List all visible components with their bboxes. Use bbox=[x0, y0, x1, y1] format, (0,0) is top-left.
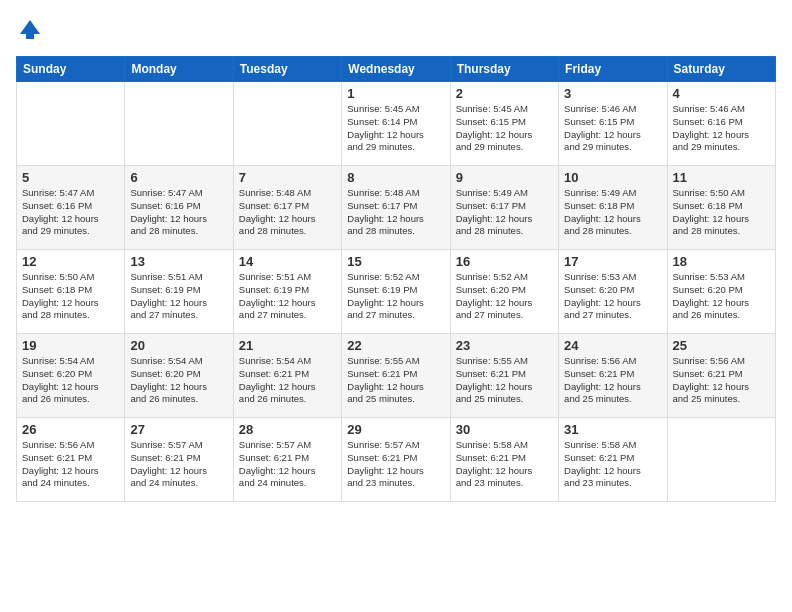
calendar-cell: 24Sunrise: 5:56 AM Sunset: 6:21 PM Dayli… bbox=[559, 334, 667, 418]
calendar-cell: 4Sunrise: 5:46 AM Sunset: 6:16 PM Daylig… bbox=[667, 82, 775, 166]
calendar-week-5: 26Sunrise: 5:56 AM Sunset: 6:21 PM Dayli… bbox=[17, 418, 776, 502]
calendar-cell: 2Sunrise: 5:45 AM Sunset: 6:15 PM Daylig… bbox=[450, 82, 558, 166]
day-number: 17 bbox=[564, 254, 661, 269]
day-number: 24 bbox=[564, 338, 661, 353]
calendar-cell: 29Sunrise: 5:57 AM Sunset: 6:21 PM Dayli… bbox=[342, 418, 450, 502]
day-header-thursday: Thursday bbox=[450, 57, 558, 82]
calendar-week-1: 1Sunrise: 5:45 AM Sunset: 6:14 PM Daylig… bbox=[17, 82, 776, 166]
calendar-cell: 21Sunrise: 5:54 AM Sunset: 6:21 PM Dayli… bbox=[233, 334, 341, 418]
day-header-sunday: Sunday bbox=[17, 57, 125, 82]
day-number: 20 bbox=[130, 338, 227, 353]
day-header-friday: Friday bbox=[559, 57, 667, 82]
calendar-cell: 8Sunrise: 5:48 AM Sunset: 6:17 PM Daylig… bbox=[342, 166, 450, 250]
day-number: 18 bbox=[673, 254, 770, 269]
day-number: 25 bbox=[673, 338, 770, 353]
calendar-cell: 11Sunrise: 5:50 AM Sunset: 6:18 PM Dayli… bbox=[667, 166, 775, 250]
day-number: 7 bbox=[239, 170, 336, 185]
calendar-cell: 20Sunrise: 5:54 AM Sunset: 6:20 PM Dayli… bbox=[125, 334, 233, 418]
day-header-monday: Monday bbox=[125, 57, 233, 82]
day-number: 9 bbox=[456, 170, 553, 185]
calendar-cell: 30Sunrise: 5:58 AM Sunset: 6:21 PM Dayli… bbox=[450, 418, 558, 502]
day-number: 8 bbox=[347, 170, 444, 185]
day-info: Sunrise: 5:54 AM Sunset: 6:21 PM Dayligh… bbox=[239, 355, 336, 406]
day-info: Sunrise: 5:56 AM Sunset: 6:21 PM Dayligh… bbox=[564, 355, 661, 406]
calendar-cell: 1Sunrise: 5:45 AM Sunset: 6:14 PM Daylig… bbox=[342, 82, 450, 166]
calendar-week-3: 12Sunrise: 5:50 AM Sunset: 6:18 PM Dayli… bbox=[17, 250, 776, 334]
day-info: Sunrise: 5:53 AM Sunset: 6:20 PM Dayligh… bbox=[673, 271, 770, 322]
day-number: 22 bbox=[347, 338, 444, 353]
calendar-cell: 16Sunrise: 5:52 AM Sunset: 6:20 PM Dayli… bbox=[450, 250, 558, 334]
day-number: 21 bbox=[239, 338, 336, 353]
day-number: 15 bbox=[347, 254, 444, 269]
calendar-cell bbox=[17, 82, 125, 166]
calendar-cell: 7Sunrise: 5:48 AM Sunset: 6:17 PM Daylig… bbox=[233, 166, 341, 250]
day-info: Sunrise: 5:52 AM Sunset: 6:19 PM Dayligh… bbox=[347, 271, 444, 322]
day-info: Sunrise: 5:56 AM Sunset: 6:21 PM Dayligh… bbox=[673, 355, 770, 406]
day-info: Sunrise: 5:46 AM Sunset: 6:16 PM Dayligh… bbox=[673, 103, 770, 154]
calendar-cell: 25Sunrise: 5:56 AM Sunset: 6:21 PM Dayli… bbox=[667, 334, 775, 418]
day-number: 12 bbox=[22, 254, 119, 269]
day-info: Sunrise: 5:45 AM Sunset: 6:14 PM Dayligh… bbox=[347, 103, 444, 154]
calendar-cell: 13Sunrise: 5:51 AM Sunset: 6:19 PM Dayli… bbox=[125, 250, 233, 334]
day-info: Sunrise: 5:52 AM Sunset: 6:20 PM Dayligh… bbox=[456, 271, 553, 322]
calendar-cell: 27Sunrise: 5:57 AM Sunset: 6:21 PM Dayli… bbox=[125, 418, 233, 502]
day-info: Sunrise: 5:54 AM Sunset: 6:20 PM Dayligh… bbox=[130, 355, 227, 406]
day-info: Sunrise: 5:47 AM Sunset: 6:16 PM Dayligh… bbox=[130, 187, 227, 238]
calendar-cell: 12Sunrise: 5:50 AM Sunset: 6:18 PM Dayli… bbox=[17, 250, 125, 334]
calendar-cell: 15Sunrise: 5:52 AM Sunset: 6:19 PM Dayli… bbox=[342, 250, 450, 334]
day-info: Sunrise: 5:53 AM Sunset: 6:20 PM Dayligh… bbox=[564, 271, 661, 322]
calendar-cell: 26Sunrise: 5:56 AM Sunset: 6:21 PM Dayli… bbox=[17, 418, 125, 502]
calendar-cell: 23Sunrise: 5:55 AM Sunset: 6:21 PM Dayli… bbox=[450, 334, 558, 418]
day-number: 23 bbox=[456, 338, 553, 353]
calendar-header-row: SundayMondayTuesdayWednesdayThursdayFrid… bbox=[17, 57, 776, 82]
day-info: Sunrise: 5:47 AM Sunset: 6:16 PM Dayligh… bbox=[22, 187, 119, 238]
page-header bbox=[16, 16, 776, 44]
calendar: SundayMondayTuesdayWednesdayThursdayFrid… bbox=[16, 56, 776, 502]
calendar-cell: 9Sunrise: 5:49 AM Sunset: 6:17 PM Daylig… bbox=[450, 166, 558, 250]
day-info: Sunrise: 5:57 AM Sunset: 6:21 PM Dayligh… bbox=[130, 439, 227, 490]
day-number: 3 bbox=[564, 86, 661, 101]
day-number: 4 bbox=[673, 86, 770, 101]
day-number: 10 bbox=[564, 170, 661, 185]
calendar-week-4: 19Sunrise: 5:54 AM Sunset: 6:20 PM Dayli… bbox=[17, 334, 776, 418]
day-info: Sunrise: 5:50 AM Sunset: 6:18 PM Dayligh… bbox=[673, 187, 770, 238]
calendar-cell: 5Sunrise: 5:47 AM Sunset: 6:16 PM Daylig… bbox=[17, 166, 125, 250]
day-number: 30 bbox=[456, 422, 553, 437]
calendar-cell bbox=[125, 82, 233, 166]
calendar-week-2: 5Sunrise: 5:47 AM Sunset: 6:16 PM Daylig… bbox=[17, 166, 776, 250]
day-number: 1 bbox=[347, 86, 444, 101]
day-number: 27 bbox=[130, 422, 227, 437]
day-number: 6 bbox=[130, 170, 227, 185]
calendar-cell bbox=[233, 82, 341, 166]
day-info: Sunrise: 5:57 AM Sunset: 6:21 PM Dayligh… bbox=[347, 439, 444, 490]
day-number: 29 bbox=[347, 422, 444, 437]
calendar-cell: 18Sunrise: 5:53 AM Sunset: 6:20 PM Dayli… bbox=[667, 250, 775, 334]
calendar-cell: 3Sunrise: 5:46 AM Sunset: 6:15 PM Daylig… bbox=[559, 82, 667, 166]
day-info: Sunrise: 5:58 AM Sunset: 6:21 PM Dayligh… bbox=[564, 439, 661, 490]
calendar-cell bbox=[667, 418, 775, 502]
calendar-cell: 6Sunrise: 5:47 AM Sunset: 6:16 PM Daylig… bbox=[125, 166, 233, 250]
logo bbox=[16, 16, 48, 44]
day-number: 31 bbox=[564, 422, 661, 437]
day-header-wednesday: Wednesday bbox=[342, 57, 450, 82]
svg-rect-1 bbox=[26, 34, 34, 39]
day-info: Sunrise: 5:55 AM Sunset: 6:21 PM Dayligh… bbox=[456, 355, 553, 406]
day-info: Sunrise: 5:49 AM Sunset: 6:17 PM Dayligh… bbox=[456, 187, 553, 238]
svg-marker-0 bbox=[20, 20, 40, 34]
day-info: Sunrise: 5:58 AM Sunset: 6:21 PM Dayligh… bbox=[456, 439, 553, 490]
day-number: 28 bbox=[239, 422, 336, 437]
day-header-tuesday: Tuesday bbox=[233, 57, 341, 82]
day-info: Sunrise: 5:55 AM Sunset: 6:21 PM Dayligh… bbox=[347, 355, 444, 406]
day-info: Sunrise: 5:45 AM Sunset: 6:15 PM Dayligh… bbox=[456, 103, 553, 154]
day-number: 14 bbox=[239, 254, 336, 269]
calendar-cell: 17Sunrise: 5:53 AM Sunset: 6:20 PM Dayli… bbox=[559, 250, 667, 334]
day-info: Sunrise: 5:51 AM Sunset: 6:19 PM Dayligh… bbox=[239, 271, 336, 322]
calendar-cell: 31Sunrise: 5:58 AM Sunset: 6:21 PM Dayli… bbox=[559, 418, 667, 502]
day-number: 16 bbox=[456, 254, 553, 269]
day-info: Sunrise: 5:48 AM Sunset: 6:17 PM Dayligh… bbox=[239, 187, 336, 238]
day-number: 19 bbox=[22, 338, 119, 353]
calendar-cell: 14Sunrise: 5:51 AM Sunset: 6:19 PM Dayli… bbox=[233, 250, 341, 334]
calendar-cell: 19Sunrise: 5:54 AM Sunset: 6:20 PM Dayli… bbox=[17, 334, 125, 418]
day-number: 26 bbox=[22, 422, 119, 437]
day-info: Sunrise: 5:54 AM Sunset: 6:20 PM Dayligh… bbox=[22, 355, 119, 406]
